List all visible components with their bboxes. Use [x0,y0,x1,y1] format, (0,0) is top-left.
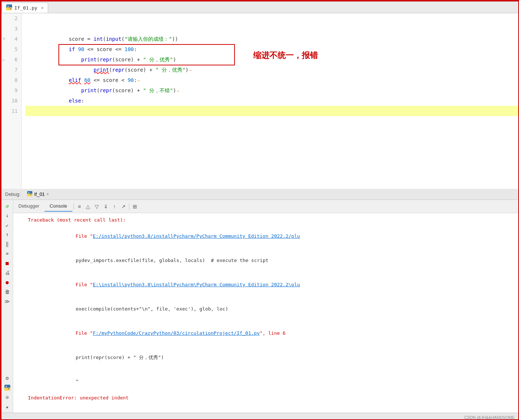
frames-icon[interactable]: ≡ [4,250,11,257]
pause-icon[interactable]: ‖ [4,240,11,248]
line-number-2: 2 [1,13,21,24]
line-number-6: △ 6 [1,54,21,65]
code-line-11 [25,106,519,116]
bottom-bar: CSDN @JH&&HANDSOME [1,413,519,420]
step-over-icon[interactable]: ↓ [4,212,11,219]
console-output[interactable]: Traceback (most recent call last): File … [13,213,519,413]
code-line-10: print(repr(score) + " 分，不及格")～ [25,96,519,106]
credit-text: CSDN @JH&&HANDSOME [464,415,515,420]
resume-icon[interactable]: ↺ [4,202,11,209]
stop-icon[interactable]: ■ [4,259,11,267]
code-line-7: elif 60 <= score < 90:～ [25,65,519,75]
svg-point-10 [6,386,7,387]
indentation-error-line: IndentationError: unexpected indent [28,394,515,402]
step-into-icon[interactable]: ↙ [4,221,11,229]
line-number-8: 8 [1,75,21,85]
python-file-icon [6,4,12,11]
pin-icon[interactable]: ★ [4,403,11,410]
file-line-2: File "E:\install\python3.8\installPychar… [28,273,515,297]
editor-tab[interactable]: If_01.py × [1,3,48,13]
editor-tab-bar: If_01.py × [1,1,519,13]
file-link-3[interactable]: F:/myPythonCode/CrazyPython/03/circulati… [93,330,260,336]
fold-arrow-6[interactable]: △ [2,54,4,65]
line-number-3: 3 [1,24,21,34]
file-line-3: File "F:/myPythonCode/CrazyPython/03/cir… [28,321,515,345]
debug-tab-close[interactable]: × [47,192,49,196]
record-icon[interactable]: ● [4,279,11,286]
debug-label: Debug: [5,191,21,197]
debug-area: Debug: If_01 × ↺ ↓ ↙ [1,189,519,420]
code-editor: 2 3 ▽ 4 5 △ 6 7 8 9 10 11 [1,13,519,189]
file-line-1: File "E:/install/python3.8/installPychar… [28,224,515,248]
file-link-1[interactable]: E:/install/python3.8/installPycharm/PyCh… [93,233,300,239]
svg-point-3 [10,8,11,9]
exec-line: exec(compile(contents+"\n", file, 'exec'… [28,297,515,321]
tab-close-icon[interactable]: × [41,6,44,10]
line-number-10: 10 [1,96,21,106]
debug-python-icon [27,191,32,197]
svg-rect-1 [6,7,12,10]
svg-rect-9 [4,388,10,391]
svg-point-7 [30,194,31,195]
editor-area: If_01.py × 2 3 ▽ 4 5 △ 6 7 8 9 [1,1,519,189]
code-line-8: print(repr(score) + " 分，不错")～ [25,75,519,85]
execfile-line: pydev_imports.execfile(file, globals, lo… [28,248,515,273]
print-icon[interactable]: 🖨 [4,269,11,276]
annotation-label: 缩进不统一，报错 [253,50,318,61]
svg-point-6 [28,192,29,193]
toolbar-corner-btn[interactable]: ↗ [119,202,128,211]
line-number-4: ▽ 4 [1,34,21,44]
debug-tab-label: If_01 [34,191,45,197]
traceback-line: Traceback (most recent call last): [28,216,515,224]
debug-file-tab[interactable]: If_01 × [24,190,52,198]
line-number-7: 7 [1,65,21,75]
line-number-9: 9 [1,85,21,96]
file-link-2[interactable]: E:\install\python3.8\installPycharm\PyCh… [93,282,300,287]
toolbar-down-step-btn[interactable]: ⇓ [101,202,110,211]
debug-main: ↺ ↓ ↙ ↑ ‖ ≡ ■ 🖨 ● 🗑 ≫ ⚙ [1,200,519,413]
delete-icon[interactable]: 🗑 [4,288,11,295]
line-number-5: 5 [1,44,21,54]
code-line-3: score = int(input("请输入你的成绩：")) [25,24,519,34]
svg-rect-5 [27,194,32,196]
svg-point-11 [8,388,9,390]
caret-line: ^ [28,370,515,394]
python-debug-icon[interactable] [4,384,11,391]
toolbar-sep-1 [74,203,74,210]
tab-console[interactable]: Console [44,201,72,212]
svg-point-2 [8,6,9,7]
code-content[interactable]: score = int(input("请输入你的成绩：")) if 90 <= … [22,13,519,189]
main-container: If_01.py × 2 3 ▽ 4 5 △ 6 7 8 9 [1,1,519,420]
code-line-2 [25,13,519,24]
tab-debugger[interactable]: Debugger [13,201,44,212]
clock-icon[interactable]: ⊙ [4,394,11,401]
step-out-icon[interactable]: ↑ [4,231,11,238]
toolbar-sep-2 [129,203,129,210]
debug-side-toolbar: ↺ ↓ ↙ ↑ ‖ ≡ ■ 🖨 ● 🗑 ≫ ⚙ [1,200,13,413]
settings-icon[interactable]: ⚙ [4,374,11,382]
code-line-4: if 90 <= score <= 100: [25,34,519,44]
line-numbers: 2 3 ▽ 4 5 △ 6 7 8 9 10 11 [1,13,22,189]
debug-tab-bar: Debug: If_01 × [1,189,519,200]
code-line-9: else: [25,85,519,96]
line-number-11: 11 [1,106,21,116]
toolbar-clear-btn[interactable]: ≡ [75,202,84,211]
toolbar-up-btn[interactable]: △ [84,202,93,211]
toolbar-down-btn[interactable]: ▽ [93,202,101,211]
toolbar-up-arrow-btn[interactable]: ↑ [110,202,119,211]
editor-tab-label: If_01.py [14,5,37,11]
more-icon[interactable]: ≫ [4,298,11,305]
debug-tabs-toolbar: Debugger Console ≡ △ ▽ ⇓ ↑ ↗ ⊞ [13,200,519,213]
toolbar-grid-btn[interactable]: ⊞ [130,202,139,211]
print-line: print(repr(score) + " 分，优秀") [28,345,515,370]
debug-console-wrap: Debugger Console ≡ △ ▽ ⇓ ↑ ↗ ⊞ Traceback… [13,200,519,413]
fold-arrow-4[interactable]: ▽ [3,34,5,44]
